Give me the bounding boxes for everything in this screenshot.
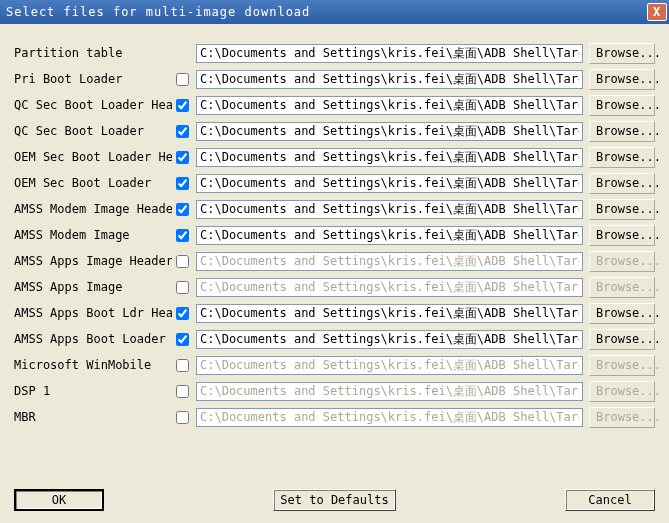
browse-button: Browse... (589, 407, 655, 428)
path-input (196, 278, 583, 297)
file-row: DSP 1Browse... (14, 378, 655, 404)
title-bar: Select files for multi-image download X (0, 0, 669, 24)
row-label: OEM Sec Boot Loader (14, 176, 172, 190)
include-checkbox[interactable] (176, 281, 189, 294)
path-input[interactable] (196, 96, 583, 115)
checkbox-cell (172, 307, 192, 320)
browse-button[interactable]: Browse... (589, 95, 655, 116)
path-input (196, 252, 583, 271)
file-row: AMSS Modem Image HeaderBrowse... (14, 196, 655, 222)
path-input (196, 408, 583, 427)
file-row: OEM Sec Boot LoaderBrowse... (14, 170, 655, 196)
bottom-bar: OK Set to Defaults Cancel (14, 489, 655, 511)
browse-button[interactable]: Browse... (589, 43, 655, 64)
row-label: AMSS Apps Boot Loader (14, 332, 172, 346)
path-input[interactable] (196, 330, 583, 349)
set-defaults-button[interactable]: Set to Defaults (273, 489, 395, 511)
window-title: Select files for multi-image download (6, 5, 310, 19)
row-label: AMSS Modem Image (14, 228, 172, 242)
file-row: QC Sec Boot Loader HeaderBrowse... (14, 92, 655, 118)
row-label: QC Sec Boot Loader Header (14, 98, 172, 112)
file-row: Microsoft WinMobileBrowse... (14, 352, 655, 378)
row-label: AMSS Apps Image (14, 280, 172, 294)
browse-button[interactable]: Browse... (589, 173, 655, 194)
row-label: AMSS Apps Image Header (14, 254, 172, 268)
file-row: AMSS Apps Boot LoaderBrowse... (14, 326, 655, 352)
path-input (196, 356, 583, 375)
include-checkbox[interactable] (176, 385, 189, 398)
row-label: OEM Sec Boot Loader Header (14, 150, 172, 164)
checkbox-cell (172, 359, 192, 372)
path-input[interactable] (196, 226, 583, 245)
file-row: MBRBrowse... (14, 404, 655, 430)
path-input[interactable] (196, 304, 583, 323)
file-row: AMSS Modem ImageBrowse... (14, 222, 655, 248)
include-checkbox[interactable] (176, 359, 189, 372)
close-button[interactable]: X (647, 3, 667, 21)
checkbox-cell (172, 99, 192, 112)
row-label: MBR (14, 410, 172, 424)
include-checkbox[interactable] (176, 255, 189, 268)
checkbox-cell (172, 151, 192, 164)
path-input[interactable] (196, 44, 583, 63)
row-label: DSP 1 (14, 384, 172, 398)
browse-button[interactable]: Browse... (589, 303, 655, 324)
checkbox-cell (172, 281, 192, 294)
cancel-button[interactable]: Cancel (565, 489, 655, 511)
include-checkbox[interactable] (176, 99, 189, 112)
include-checkbox[interactable] (176, 125, 189, 138)
browse-button[interactable]: Browse... (589, 225, 655, 246)
browse-button[interactable]: Browse... (589, 199, 655, 220)
path-input[interactable] (196, 122, 583, 141)
include-checkbox[interactable] (176, 203, 189, 216)
ok-button[interactable]: OK (14, 489, 104, 511)
checkbox-cell (172, 177, 192, 190)
path-input[interactable] (196, 200, 583, 219)
rows-container: Partition tableBrowse...Pri Boot LoaderB… (14, 40, 655, 430)
path-input[interactable] (196, 70, 583, 89)
file-row: AMSS Apps Image HeaderBrowse... (14, 248, 655, 274)
file-row: OEM Sec Boot Loader HeaderBrowse... (14, 144, 655, 170)
file-row: AMSS Apps ImageBrowse... (14, 274, 655, 300)
include-checkbox[interactable] (176, 307, 189, 320)
browse-button[interactable]: Browse... (589, 147, 655, 168)
include-checkbox[interactable] (176, 333, 189, 346)
path-input[interactable] (196, 174, 583, 193)
browse-button[interactable]: Browse... (589, 329, 655, 350)
path-input (196, 382, 583, 401)
row-label: Microsoft WinMobile (14, 358, 172, 372)
include-checkbox[interactable] (176, 177, 189, 190)
checkbox-cell (172, 411, 192, 424)
browse-button[interactable]: Browse... (589, 121, 655, 142)
browse-button: Browse... (589, 277, 655, 298)
file-row: AMSS Apps Boot Ldr HeaderBrowse... (14, 300, 655, 326)
include-checkbox[interactable] (176, 411, 189, 424)
checkbox-cell (172, 333, 192, 346)
row-label: AMSS Apps Boot Ldr Header (14, 306, 172, 320)
file-row: Pri Boot LoaderBrowse... (14, 66, 655, 92)
file-row: QC Sec Boot LoaderBrowse... (14, 118, 655, 144)
file-row: Partition tableBrowse... (14, 40, 655, 66)
include-checkbox[interactable] (176, 151, 189, 164)
browse-button: Browse... (589, 381, 655, 402)
checkbox-cell (172, 125, 192, 138)
row-label: Partition table (14, 46, 172, 60)
checkbox-cell (172, 229, 192, 242)
checkbox-cell (172, 385, 192, 398)
checkbox-cell (172, 203, 192, 216)
path-input[interactable] (196, 148, 583, 167)
checkbox-cell (172, 255, 192, 268)
browse-button: Browse... (589, 355, 655, 376)
browse-button[interactable]: Browse... (589, 69, 655, 90)
close-icon: X (653, 5, 661, 19)
row-label: QC Sec Boot Loader (14, 124, 172, 138)
browse-button: Browse... (589, 251, 655, 272)
include-checkbox[interactable] (176, 229, 189, 242)
include-checkbox[interactable] (176, 73, 189, 86)
row-label: AMSS Modem Image Header (14, 202, 172, 216)
checkbox-cell (172, 73, 192, 86)
content-panel: Partition tableBrowse...Pri Boot LoaderB… (0, 24, 669, 523)
row-label: Pri Boot Loader (14, 72, 172, 86)
